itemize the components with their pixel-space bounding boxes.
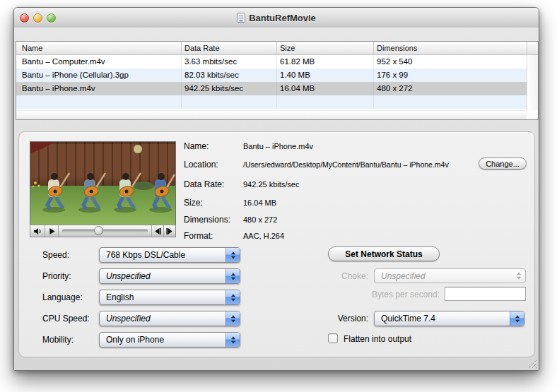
- choke-label: Choke:: [314, 271, 368, 281]
- chevron-up-down-icon: [225, 311, 240, 326]
- cell-name: Bantu – iPhone.m4v: [16, 82, 182, 95]
- chevron-up-down-icon: [512, 269, 525, 283]
- chevron-up-down-icon: [225, 333, 240, 347]
- cell-name: Bantu – Computer.m4v: [16, 55, 182, 69]
- mobility-popup[interactable]: Only on iPhone: [99, 332, 240, 348]
- bytes-per-second-field[interactable]: [445, 287, 526, 301]
- desktop: BantuRefMovie Name Data Rate Size Dimens…: [0, 0, 557, 392]
- format-label: Format:: [184, 231, 213, 241]
- cpu-speed-popup[interactable]: Unspecified: [99, 311, 240, 326]
- window-title: BantuRefMovie: [249, 13, 316, 23]
- set-network-status-button[interactable]: Set Network Status: [328, 247, 440, 261]
- choke-popup: Unspecified: [374, 268, 526, 283]
- version-popup-value: QuickTime 7.4: [375, 314, 510, 323]
- window-banturefmovie: BantuRefMovie Name Data Rate Size Dimens…: [13, 7, 539, 371]
- column-header-name[interactable]: Name: [16, 42, 182, 54]
- location-label: Location:: [184, 160, 218, 170]
- data-rate-value: 942.25 kbits/sec: [243, 180, 300, 189]
- window-controls: [20, 8, 56, 28]
- version-label: Version:: [314, 314, 368, 323]
- cell-data-rate: 942.25 kbits/sec: [182, 82, 277, 95]
- chevron-up-down-icon: [225, 290, 240, 304]
- size-label: Size:: [184, 198, 203, 208]
- resize-grip-icon[interactable]: [526, 357, 537, 369]
- title-bar[interactable]: BantuRefMovie: [14, 8, 539, 28]
- horizontal-scrollbar[interactable]: [16, 110, 527, 119]
- priority-popup[interactable]: Unspecified: [99, 268, 240, 284]
- cell-size: 1.40 MB: [277, 69, 374, 82]
- name-label: Name:: [184, 141, 209, 151]
- cell-size: 16.04 MB: [277, 82, 374, 95]
- chevron-up-down-icon: [225, 248, 240, 262]
- column-header-size[interactable]: Size: [277, 42, 374, 54]
- speed-popup-value: 768 Kbps DSL/Cable: [100, 250, 225, 260]
- change-button[interactable]: Change...: [479, 158, 527, 170]
- chevron-up-down-icon: [225, 269, 240, 283]
- document-icon: [237, 13, 245, 23]
- close-button[interactable]: [20, 13, 29, 23]
- details-panel: Name: Bantu – iPhone.m4v Location: /User…: [18, 131, 535, 357]
- zoom-button[interactable]: [47, 13, 56, 23]
- movie-sources-table: Name Data Rate Size Dimensions Bantu – C…: [16, 41, 539, 120]
- table-row[interactable]: Bantu – Computer.m4v 3.63 mbits/sec 61.8…: [16, 55, 538, 69]
- priority-popup-value: Unspecified: [100, 271, 225, 281]
- column-header-data-rate[interactable]: Data Rate: [182, 42, 277, 54]
- table-header: Name Data Rate Size Dimensions: [16, 42, 538, 55]
- cell-size: 61.82 MB: [277, 55, 374, 69]
- flatten-checkbox[interactable]: [328, 333, 338, 343]
- table-row-selected[interactable]: Bantu – iPhone.m4v 942.25 kbits/sec 16.0…: [16, 82, 538, 95]
- data-rate-label: Data Rate:: [184, 179, 224, 189]
- minimize-button[interactable]: [33, 13, 42, 23]
- cell-data-rate: 82.03 kbits/sec: [182, 69, 277, 82]
- choke-popup-value: Unspecified: [375, 271, 512, 281]
- scrollbar-corner: [527, 110, 538, 119]
- mobility-label: Mobility:: [42, 335, 74, 345]
- bytes-per-second-label: Bytes per second:: [328, 290, 440, 299]
- location-value: /Users/edward/Desktop/MyContent/Bantu/Ba…: [243, 160, 449, 169]
- speed-popup[interactable]: 768 Kbps DSL/Cable: [99, 247, 240, 263]
- language-popup[interactable]: English: [99, 290, 240, 305]
- cpu-speed-label: CPU Speed:: [42, 314, 90, 323]
- cell-dimensions: 952 x 540: [374, 55, 527, 69]
- language-popup-value: English: [100, 292, 225, 302]
- dimensions-label: Dimensions:: [184, 215, 230, 225]
- format-value: AAC, H.264: [243, 232, 284, 240]
- cpu-speed-popup-value: Unspecified: [100, 314, 225, 323]
- version-popup[interactable]: QuickTime 7.4: [374, 311, 524, 326]
- dimensions-value: 480 x 272: [243, 215, 277, 224]
- column-header-cap: [527, 42, 538, 54]
- language-label: Language:: [42, 292, 83, 302]
- vertical-scrollbar[interactable]: [527, 55, 538, 110]
- cell-dimensions: 176 x 99: [374, 69, 527, 82]
- speed-label: Speed:: [42, 250, 69, 260]
- chevron-up-down-icon: [510, 311, 524, 326]
- table-row[interactable]: Bantu – iPhone (Cellular).3gp 82.03 kbit…: [16, 69, 538, 82]
- column-header-dimensions[interactable]: Dimensions: [374, 42, 527, 54]
- cell-data-rate: 3.63 mbits/sec: [182, 55, 277, 69]
- mobility-popup-value: Only on iPhone: [100, 335, 225, 345]
- table-row-empty: [16, 95, 538, 109]
- flatten-checkbox-label: Flatten into output: [344, 334, 411, 344]
- name-value: Bantu – iPhone.m4v: [243, 142, 313, 150]
- cell-dimensions: 480 x 272: [374, 82, 527, 95]
- window-content: Name Data Rate Size Dimensions Bantu – C…: [14, 28, 539, 370]
- cell-name: Bantu – iPhone (Cellular).3gp: [16, 69, 182, 82]
- priority-label: Priority:: [42, 271, 71, 281]
- size-value: 16.04 MB: [243, 198, 276, 207]
